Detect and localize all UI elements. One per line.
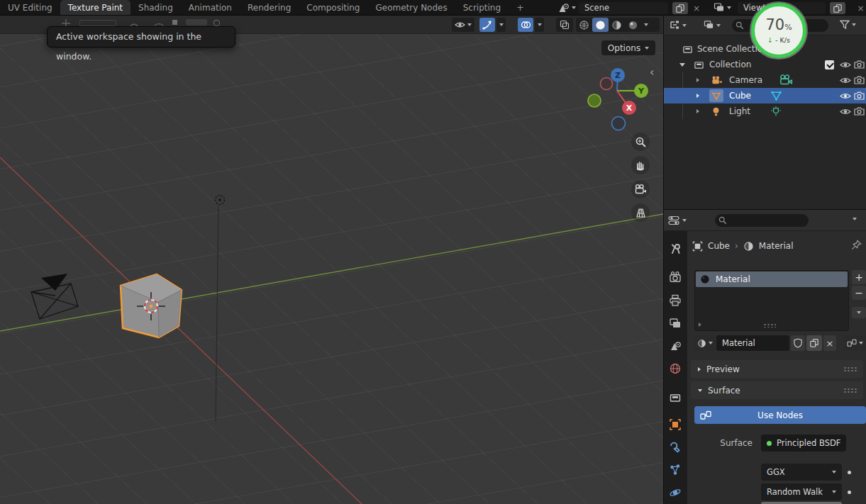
hide-viewport-eye-icon[interactable] (840, 61, 851, 69)
duplicate-icon (833, 4, 842, 13)
material-slot-item[interactable]: Material (696, 271, 848, 287)
outliner-row-light[interactable]: Light (664, 103, 866, 119)
material-nodes-dropdown[interactable] (843, 335, 866, 351)
outliner-display-mode-dropdown[interactable] (670, 20, 687, 30)
chevron-down-icon (682, 219, 687, 222)
light-expand-icon[interactable] (696, 109, 699, 113)
scene-selector-icon-button[interactable] (557, 2, 576, 13)
outliner-row-collection[interactable]: Collection (664, 57, 866, 72)
copy-material-button[interactable] (806, 335, 822, 351)
view-layer-icon-button[interactable] (714, 2, 731, 13)
unlink-material-button[interactable]: × (823, 335, 836, 351)
gizmo-neg-x-handle[interactable] (601, 78, 613, 90)
tab-shading[interactable]: Shading (131, 0, 181, 15)
pin-icon[interactable] (851, 240, 862, 252)
tab-object-icon[interactable] (669, 418, 682, 431)
breadcrumb-object[interactable]: Cube (708, 241, 730, 251)
disable-render-camera-icon[interactable] (854, 60, 865, 69)
remove-view-layer-button[interactable]: × (855, 2, 866, 14)
navigation-gizmo[interactable]: Z Y X (586, 61, 651, 140)
outliner-filter-view-dropdown[interactable] (704, 20, 721, 30)
camera-view-button[interactable] (631, 180, 650, 198)
new-view-layer-button[interactable] (830, 2, 845, 14)
tab-physics-icon[interactable] (669, 486, 682, 499)
tab-view-layer-icon[interactable] (669, 317, 682, 330)
disable-render-camera-icon[interactable] (854, 91, 865, 100)
tab-uv-editing[interactable]: UV Editing (0, 0, 60, 15)
slot-list-grip[interactable] (763, 323, 776, 327)
view-layer-icon (714, 2, 725, 13)
orthographic-grid-button[interactable] (631, 203, 650, 222)
animate-decorator-dot[interactable] (848, 471, 851, 474)
add-workspace-button[interactable]: + (509, 0, 532, 15)
scene-collection-icon (682, 44, 693, 54)
preview-panel-header[interactable]: Preview (691, 360, 863, 378)
properties-search-input[interactable] (715, 214, 809, 227)
tab-world-icon[interactable] (669, 362, 682, 375)
tab-modifiers-icon[interactable] (669, 441, 682, 454)
surface-shader-button[interactable]: Principled BSDF (761, 435, 846, 452)
tab-scripting[interactable]: Scripting (455, 0, 509, 15)
tab-animation[interactable]: Animation (181, 0, 240, 15)
disable-render-camera-icon[interactable] (854, 107, 865, 116)
animate-decorator-dot[interactable] (848, 491, 851, 494)
chevron-down-icon (716, 24, 721, 27)
disable-render-camera-icon[interactable] (854, 76, 865, 84)
outliner-row-cube[interactable]: Cube (664, 88, 866, 103)
unlink-scene-button[interactable]: × (691, 2, 702, 14)
tab-collection-icon[interactable] (669, 391, 682, 403)
hide-viewport-eye-icon[interactable] (840, 108, 851, 116)
panel-drag-grip[interactable] (843, 366, 857, 372)
gizmo-neg-y-handle[interactable] (588, 94, 601, 107)
sidebar-collapse-arrow[interactable]: ‹ (650, 65, 654, 79)
material-slot-list[interactable]: Material (694, 270, 849, 331)
material-specials-menu[interactable] (852, 307, 866, 318)
light-label: Light (729, 106, 750, 116)
properties-editor-type-dropdown[interactable] (668, 215, 687, 226)
tab-render-icon[interactable] (669, 271, 682, 284)
pan-button[interactable] (631, 156, 650, 174)
use-nodes-button[interactable]: Use Nodes (694, 406, 866, 424)
scene-name-field[interactable]: Scene (579, 2, 668, 14)
camera-object[interactable] (31, 274, 78, 319)
collection-checkbox[interactable] (825, 60, 834, 69)
browse-material-button[interactable] (694, 335, 715, 351)
outliner-row-camera[interactable]: Camera (664, 72, 866, 88)
subsurface-method-dropdown[interactable]: Random Walk (761, 483, 842, 500)
gizmo-neg-z-handle[interactable] (612, 117, 626, 130)
add-material-slot-button[interactable]: + (852, 270, 866, 284)
properties-header-dropdown[interactable] (853, 218, 857, 220)
breadcrumb-datablock[interactable]: Material (759, 241, 794, 251)
panel-drag-grip[interactable] (843, 388, 857, 393)
camera-expand-icon[interactable] (696, 78, 699, 82)
light-object[interactable] (216, 196, 225, 422)
outliner-filter-dropdown[interactable] (840, 20, 856, 30)
material-name-field[interactable]: Material (716, 335, 789, 351)
hide-viewport-eye-icon[interactable] (840, 92, 851, 100)
3d-viewport[interactable]: Options (0, 16, 663, 504)
surface-panel-header[interactable]: Surface (691, 381, 863, 399)
remove-material-slot-button[interactable]: − (852, 286, 866, 300)
distribution-dropdown[interactable]: GGX (761, 464, 842, 481)
tab-scene-icon[interactable] (669, 340, 682, 352)
node-tree-icon (700, 410, 711, 420)
tab-compositing[interactable]: Compositing (299, 0, 367, 15)
images-icon (704, 20, 714, 30)
material-icon (743, 241, 754, 252)
viewport-scene (0, 16, 663, 504)
tab-tool-icon[interactable] (669, 242, 682, 255)
slot-list-resize-handle[interactable] (699, 323, 701, 327)
tab-geometry-nodes[interactable]: Geometry Nodes (367, 0, 455, 15)
cube-expand-icon[interactable] (696, 94, 699, 98)
tab-particles-icon[interactable] (669, 464, 682, 476)
new-scene-button[interactable] (672, 2, 688, 14)
tab-texture-paint[interactable]: Texture Paint (60, 0, 131, 15)
zoom-button[interactable] (631, 133, 650, 151)
fake-user-button[interactable] (791, 335, 805, 351)
hide-viewport-eye-icon[interactable] (840, 77, 851, 84)
breadcrumb-separator-icon: › (735, 241, 738, 251)
node-tree-icon (847, 339, 857, 347)
tab-rendering[interactable]: Rendering (240, 0, 299, 15)
collection-expand-icon[interactable] (679, 63, 685, 67)
tab-output-icon[interactable] (669, 294, 682, 307)
